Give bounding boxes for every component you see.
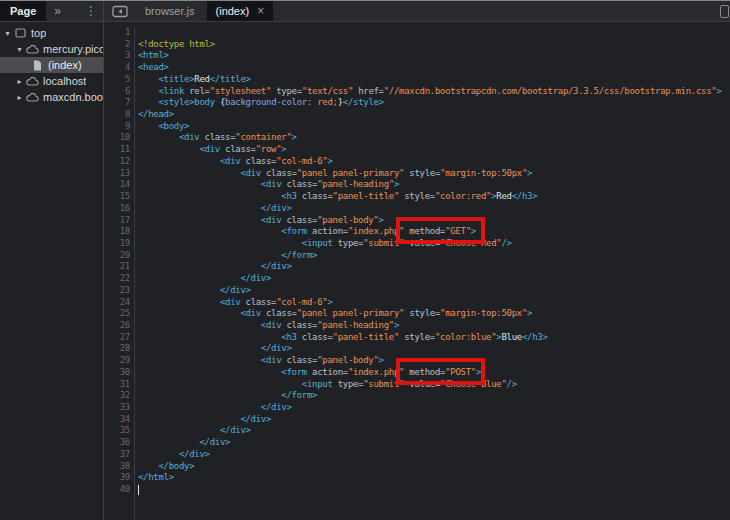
window-top-edge <box>0 0 730 1</box>
file-icon <box>30 60 45 71</box>
line-number: 31 <box>104 379 130 391</box>
tree-item-mercury-picoct[interactable]: ▾mercury.picoct <box>0 41 103 57</box>
line-number: 19 <box>104 238 130 250</box>
line-number: 3 <box>104 50 130 62</box>
line-number: 21 <box>104 261 130 273</box>
line-number: 13 <box>104 168 130 180</box>
tree-item-label: (index) <box>48 59 82 71</box>
line-number: 9 <box>104 121 130 133</box>
line-number: 30 <box>104 367 130 379</box>
code-line: <body> <box>138 121 730 133</box>
tab-index-label: (index) <box>216 5 250 17</box>
tree-item-maxcdn-bootst[interactable]: ▸maxcdn.bootst <box>0 89 103 105</box>
line-number: 38 <box>104 461 130 473</box>
kebab-menu-icon[interactable]: ⋮ <box>85 4 97 18</box>
tree-item-localhost[interactable]: ▸localhost <box>0 73 103 89</box>
code-line: </form> <box>138 390 730 402</box>
line-number: 25 <box>104 308 130 320</box>
line-number: 26 <box>104 320 130 332</box>
line-number: 34 <box>104 414 130 426</box>
text-cursor <box>138 485 139 495</box>
line-number: 33 <box>104 402 130 414</box>
line-number: 28 <box>104 343 130 355</box>
line-number: 7 <box>104 97 130 109</box>
line-number: 20 <box>104 250 130 262</box>
line-number: 29 <box>104 355 130 367</box>
line-number: 12 <box>104 156 130 168</box>
close-icon[interactable]: × <box>257 5 264 17</box>
tree-item-label: localhost <box>43 75 86 87</box>
frame-icon <box>13 28 28 38</box>
line-number: 37 <box>104 449 130 461</box>
editor-tab-bar: browser.js (index) × <box>104 1 730 22</box>
code-line: <html> <box>138 50 730 62</box>
line-number: 18 <box>104 226 130 238</box>
show-navigator-icon[interactable] <box>111 1 129 21</box>
cloud-icon <box>25 45 40 54</box>
code-line: </html> <box>138 472 730 484</box>
code-line: <div class="panel panel-primary" style="… <box>138 168 730 180</box>
line-number: 11 <box>104 144 130 156</box>
code-line: </body> <box>138 461 730 473</box>
line-number: 4 <box>104 62 130 74</box>
cloud-icon <box>25 77 40 86</box>
code-line: <div class="col-md-6"> <box>138 156 730 168</box>
code-line: </form> <box>138 250 730 262</box>
tab-browser-js[interactable]: browser.js <box>133 1 207 21</box>
code-line: <style>body {background-color: red;}</st… <box>138 97 730 109</box>
code-line: <link rel="stylesheet" type="text/css" h… <box>138 86 730 98</box>
line-number: 15 <box>104 191 130 203</box>
line-number: 36 <box>104 437 130 449</box>
code-line: </div> <box>138 402 730 414</box>
panel-corner-icon[interactable] <box>720 5 729 18</box>
navigator-header: Page » ⋮ <box>0 1 103 22</box>
tab-page[interactable]: Page <box>0 1 46 21</box>
code-line: </div> <box>138 343 730 355</box>
line-numbers: 1234567891011121314151617181920212223242… <box>104 27 135 520</box>
more-tabs-icon[interactable]: » <box>54 4 61 18</box>
line-number: 16 <box>104 203 130 215</box>
tab-index[interactable]: (index) × <box>207 1 274 21</box>
code-line: <h3 class="panel-title" style="color:red… <box>138 191 730 203</box>
code-line: <div class="panel panel-primary" style="… <box>138 308 730 320</box>
line-number: 27 <box>104 332 130 344</box>
expander-icon[interactable]: ▸ <box>14 93 25 102</box>
editor-pane: browser.js (index) × 1234567891011121314… <box>104 1 730 520</box>
file-tree: ▾top▾mercury.picoct(index)▸localhost▸max… <box>0 22 103 105</box>
line-number: 39 <box>104 472 130 484</box>
navigator-sidebar: Page » ⋮ ▾top▾mercury.picoct(index)▸loca… <box>0 1 104 520</box>
line-number: 5 <box>104 74 130 86</box>
code-line: </div> <box>138 414 730 426</box>
code-line: </div> <box>138 285 730 297</box>
tree-item-label: top <box>31 27 46 39</box>
code-line: </head> <box>138 109 730 121</box>
code-line <box>138 484 730 496</box>
code-editor[interactable]: 1234567891011121314151617181920212223242… <box>104 22 730 520</box>
code-line: <div class="panel-heading"> <box>138 320 730 332</box>
code-line: <div class="row"> <box>138 144 730 156</box>
line-number: 40 <box>104 484 130 496</box>
code-line: <h3 class="panel-title" style="color:blu… <box>138 332 730 344</box>
code-line: </div> <box>138 203 730 215</box>
line-number: 1 <box>104 27 130 39</box>
line-number: 35 <box>104 425 130 437</box>
code-line: </div> <box>138 437 730 449</box>
post-method-highlight <box>396 358 485 385</box>
expander-icon[interactable]: ▸ <box>14 77 25 86</box>
code-line: </div> <box>138 449 730 461</box>
line-number: 2 <box>104 39 130 51</box>
line-number: 8 <box>104 109 130 121</box>
line-number: 22 <box>104 273 130 285</box>
code-line: </div> <box>138 261 730 273</box>
expander-icon[interactable]: ▾ <box>14 45 25 54</box>
tree-item-index[interactable]: (index) <box>0 57 103 73</box>
code-line: <!doctype html> <box>138 39 730 51</box>
code-line <box>138 27 730 39</box>
cloud-icon <box>25 93 40 102</box>
expander-icon[interactable]: ▾ <box>2 29 13 38</box>
tree-item-label: mercury.picoct <box>43 43 103 55</box>
line-number: 23 <box>104 285 130 297</box>
line-number: 14 <box>104 179 130 191</box>
tree-item-top[interactable]: ▾top <box>0 25 103 41</box>
line-number: 17 <box>104 215 130 227</box>
